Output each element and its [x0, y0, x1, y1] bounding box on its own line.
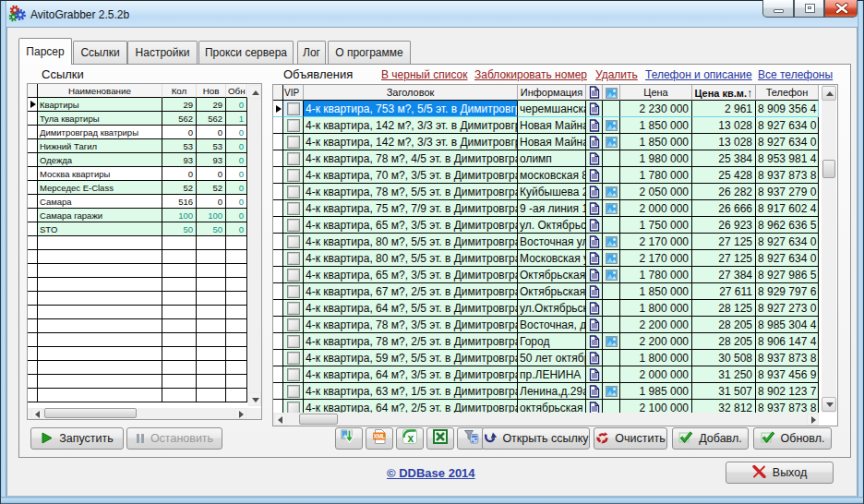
svg-text:XML: XML [374, 433, 386, 439]
svg-text:x: x [407, 432, 414, 445]
